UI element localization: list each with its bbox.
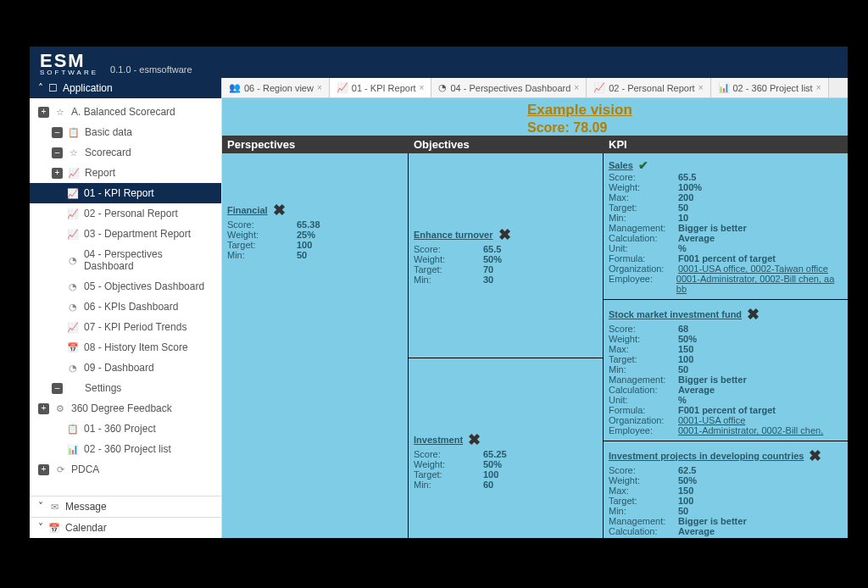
sidebar-item-label: Basic data — [85, 126, 132, 138]
expand-icon[interactable]: – — [52, 147, 63, 158]
tab[interactable]: 📈02 - Personal Report× — [587, 78, 710, 97]
expand-icon[interactable]: – — [52, 127, 63, 138]
kpi-link[interactable]: Sales — [609, 160, 633, 170]
close-icon[interactable]: × — [698, 83, 704, 92]
column-header-row: Perspectives Objectives KPI — [222, 136, 848, 153]
sidebar-item[interactable]: +⚙360 Degree Feedback — [30, 398, 221, 419]
expand-icon[interactable]: + — [38, 403, 49, 414]
tab-icon: 📈 — [337, 82, 348, 93]
expand-icon[interactable]: + — [38, 107, 49, 118]
app-window: ESM SOFTWARE 0.1.0 - esmsoftware ˄ ☐ App… — [30, 47, 848, 538]
main-area: 👥06 - Region view×📈01 - KPI Report×◔04 -… — [222, 78, 848, 538]
tab-label: 06 - Region view — [244, 83, 314, 93]
link[interactable]: 0001-Administrator, 0002-Bill chen, aa b… — [676, 274, 835, 294]
sidebar-item-label: 01 - 360 Project — [84, 423, 156, 435]
close-icon[interactable]: × — [816, 83, 821, 92]
chevron-down-icon: ˅ — [38, 522, 43, 534]
tab[interactable]: 📈01 - KPI Report× — [330, 78, 432, 97]
item-icon: ☆ — [68, 147, 80, 158]
kpi-link[interactable]: Investment projects in developing countr… — [609, 451, 804, 461]
item-icon: 📈 — [68, 167, 80, 179]
sidebar-item[interactable]: –☆Scorecard — [30, 142, 221, 163]
sidebar-item[interactable]: 📈03 - Department Report — [30, 224, 221, 244]
close-icon[interactable]: × — [317, 83, 322, 92]
expand-icon[interactable]: + — [52, 168, 63, 179]
tab-bar: 👥06 - Region view×📈01 - KPI Report×◔04 -… — [222, 78, 848, 98]
sidebar-item[interactable]: ◔05 - Objectives Dashboard — [30, 276, 221, 297]
perspective-cell: Financial ✖ Score:65.38 Weight:25% Targe… — [222, 153, 409, 538]
tab-label: 02 - 360 Project list — [733, 83, 813, 93]
kpi-column: Sales ✔Score:65.5Weight:100%Max:200Targe… — [604, 153, 848, 538]
sidebar-item-label: 09 - Dashboard — [84, 362, 154, 374]
header-perspectives: Perspectives — [222, 136, 409, 153]
sidebar-item-label: 06 - KPIs Dashboard — [84, 301, 178, 313]
sidebar-item[interactable]: 📈02 - Personal Report — [30, 203, 221, 224]
sidebar-item-label: 360 Degree Feedback — [71, 402, 172, 414]
sidebar-item[interactable]: ◔09 - Dashboard — [30, 358, 221, 378]
sidebar-header[interactable]: ˄ ☐ Application — [30, 78, 221, 98]
sidebar-tree[interactable]: +☆A. Balanced Scorecard–📋Basic data–☆Sco… — [30, 98, 221, 496]
tab-label: 01 - KPI Report — [352, 83, 416, 93]
close-icon[interactable]: × — [574, 83, 579, 92]
item-icon: 📈 — [67, 187, 79, 199]
objective-link[interactable]: Investment — [414, 435, 463, 445]
report-score: Score: 78.09 — [527, 120, 848, 136]
link[interactable]: 0001-Administrator, 0002-Bill chen, — [678, 425, 823, 435]
sidebar-item-label: Scorecard — [85, 147, 131, 158]
sidebar-item-label: Report — [85, 167, 115, 179]
logo-block: ESM SOFTWARE — [40, 52, 98, 76]
x-icon: ✖ — [498, 225, 511, 244]
tab[interactable]: ◔04 - Perspectives Dashboard× — [431, 78, 587, 97]
tab-icon: 📊 — [718, 82, 730, 93]
sidebar-item-label: Settings — [85, 382, 121, 394]
sidebar-item[interactable]: –📋Basic data — [30, 122, 221, 142]
item-icon: ◔ — [67, 362, 79, 374]
calendar-icon: 📅 — [48, 522, 60, 534]
sidebar-item[interactable]: –Settings — [30, 378, 221, 398]
tab-icon: 👥 — [229, 82, 241, 93]
expand-icon[interactable]: – — [52, 383, 63, 394]
item-icon: ☆ — [54, 106, 66, 118]
sidebar-item[interactable]: +⟳PDCA — [30, 459, 221, 480]
item-icon: 📋 — [67, 423, 79, 435]
objectives-column: Enhance turnover ✖ Score:65.5 Weight:50%… — [409, 153, 604, 538]
sidebar-item[interactable]: ◔06 - KPIs Dashboard — [30, 297, 221, 317]
sidebar-item[interactable]: 📅08 - History Item Score — [30, 337, 221, 358]
sidebar-message-label: Message — [65, 501, 107, 513]
sidebar-item[interactable]: 📈07 - KPI Period Trends — [30, 317, 221, 337]
expand-icon[interactable]: + — [38, 464, 49, 475]
tab-label: 02 - Personal Report — [609, 83, 695, 93]
sidebar-message[interactable]: ˅ ✉ Message — [30, 496, 221, 517]
sidebar-item[interactable]: +☆A. Balanced Scorecard — [30, 102, 221, 122]
objective-link[interactable]: Enhance turnover — [414, 230, 493, 240]
sidebar-item-label: 01 - KPI Report — [84, 187, 154, 199]
app-icon: ☐ — [48, 82, 58, 94]
item-icon: 📋 — [68, 126, 80, 138]
item-icon: 📈 — [67, 208, 79, 219]
objective-cell: Enhance turnover ✖ Score:65.5 Weight:50%… — [409, 153, 603, 358]
check-icon: ✔ — [638, 158, 648, 172]
sidebar-item[interactable]: 📈01 - KPI Report — [30, 183, 221, 203]
sidebar-calendar[interactable]: ˅ 📅 Calendar — [30, 517, 221, 538]
sidebar-item-label: 07 - KPI Period Trends — [84, 321, 186, 333]
close-icon[interactable]: × — [420, 83, 425, 92]
tab-icon: ◔ — [438, 82, 447, 93]
item-icon: ⚙ — [54, 402, 66, 414]
item-icon: 📈 — [67, 228, 79, 240]
kpi-link[interactable]: Stock market investment fund — [609, 309, 742, 319]
sidebar: ˄ ☐ Application +☆A. Balanced Scorecard–… — [30, 78, 222, 538]
perspective-link[interactable]: Financial — [227, 205, 268, 215]
tab[interactable]: 📊02 - 360 Project list× — [711, 78, 829, 97]
tab[interactable]: 👥06 - Region view× — [222, 78, 330, 97]
logo-subtext: SOFTWARE — [40, 69, 98, 76]
sidebar-item[interactable]: ◔04 - Perspectives Dashboard — [30, 244, 221, 276]
link[interactable]: 0001-USA office, 0002-Taiwan office — [678, 263, 828, 274]
report-content[interactable]: Example vision Score: 78.09 Perspectives… — [222, 98, 848, 538]
sidebar-item[interactable]: 📋01 - 360 Project — [30, 419, 221, 439]
sidebar-item[interactable]: 📊02 - 360 Project list — [30, 439, 221, 459]
topbar: ESM SOFTWARE 0.1.0 - esmsoftware — [30, 47, 848, 78]
chevron-up-icon: ˄ — [38, 82, 43, 94]
link[interactable]: 0001-USA office — [678, 415, 745, 425]
sidebar-item[interactable]: +📈Report — [30, 163, 221, 183]
report-title-link[interactable]: Example vision — [527, 102, 632, 118]
